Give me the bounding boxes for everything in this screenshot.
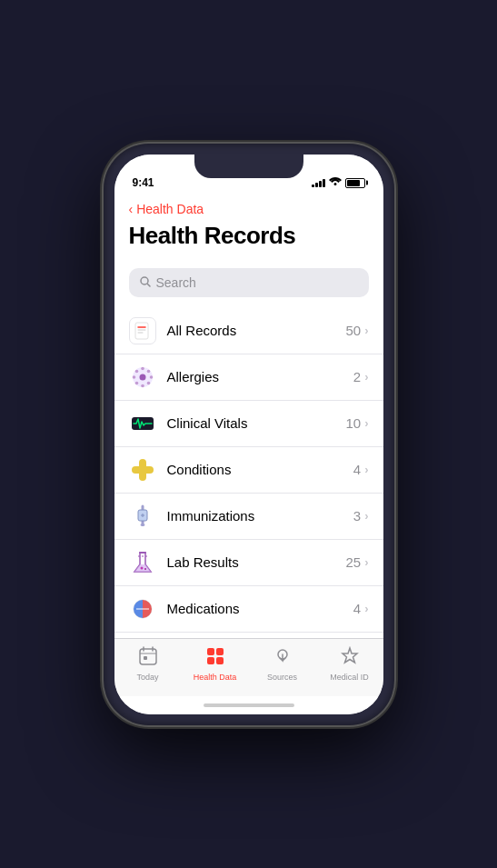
list-item-immunizations[interactable]: Immunizations 3 › bbox=[114, 494, 383, 540]
immunizations-content: Immunizations bbox=[167, 508, 353, 524]
svg-rect-41 bbox=[207, 648, 214, 655]
vitals-count: 10 bbox=[345, 415, 361, 431]
signal-bar-2 bbox=[315, 183, 318, 187]
svg-point-14 bbox=[146, 369, 150, 373]
all-records-count: 50 bbox=[345, 323, 361, 338]
lab-results-count: 25 bbox=[345, 554, 361, 570]
medications-chevron: › bbox=[364, 602, 368, 615]
svg-rect-44 bbox=[216, 657, 224, 664]
lab-results-label: Lab Results bbox=[167, 554, 239, 570]
search-bar[interactable]: Search bbox=[129, 268, 369, 297]
vitals-icon bbox=[129, 410, 156, 437]
medications-icon bbox=[129, 595, 156, 623]
vitals-label: Clinical Vitals bbox=[167, 415, 248, 431]
health-data-label: Health Data bbox=[194, 673, 237, 682]
phone-notch bbox=[194, 155, 303, 178]
tab-bar: Today Health Data bbox=[114, 638, 383, 696]
vitals-chevron: › bbox=[364, 416, 368, 430]
search-container: Search bbox=[114, 261, 383, 308]
signal-bar-1 bbox=[312, 185, 314, 187]
svg-rect-36 bbox=[140, 649, 156, 664]
lab-results-content: Lab Results bbox=[167, 554, 346, 571]
battery-icon bbox=[345, 178, 365, 188]
svg-point-10 bbox=[132, 375, 135, 379]
medical-id-icon bbox=[340, 646, 360, 671]
battery-fill bbox=[347, 180, 360, 186]
tab-health-data[interactable]: Health Data bbox=[182, 646, 249, 682]
vitals-right: 10 › bbox=[345, 415, 368, 431]
svg-point-25 bbox=[144, 568, 146, 570]
page-title: Health Records bbox=[129, 222, 369, 250]
list-item-clinical-vitals[interactable]: Clinical Vitals 10 › bbox=[114, 401, 383, 447]
svg-point-11 bbox=[149, 375, 153, 379]
page-header: Health Records bbox=[114, 220, 383, 261]
svg-point-7 bbox=[139, 374, 145, 380]
immunizations-chevron: › bbox=[364, 509, 368, 523]
home-bar bbox=[204, 703, 294, 707]
medical-id-label: Medical ID bbox=[330, 673, 369, 682]
records-list: All Records 50 › bbox=[114, 308, 383, 638]
signal-bar-4 bbox=[323, 179, 325, 187]
svg-rect-43 bbox=[207, 657, 214, 664]
sources-label: Sources bbox=[267, 673, 297, 682]
conditions-label: Conditions bbox=[167, 462, 232, 477]
phone-screen: 9:41 bbox=[114, 155, 383, 714]
tab-medical-id[interactable]: Medical ID bbox=[316, 646, 383, 682]
lab-results-right: 25 › bbox=[345, 554, 368, 570]
all-records-content: All Records bbox=[167, 323, 346, 339]
tab-sources[interactable]: Sources bbox=[249, 646, 316, 682]
today-icon bbox=[138, 646, 158, 671]
list-item-lab-results[interactable]: Lab Results 25 › bbox=[114, 540, 383, 586]
status-time: 9:41 bbox=[133, 176, 154, 189]
tab-today[interactable]: Today bbox=[114, 646, 182, 682]
svg-rect-42 bbox=[216, 648, 224, 655]
sources-icon bbox=[273, 646, 293, 671]
phone-frame: 9:41 bbox=[104, 144, 394, 725]
vitals-content: Clinical Vitals bbox=[167, 415, 346, 432]
all-records-icon bbox=[129, 317, 156, 344]
list-item-all-records[interactable]: All Records 50 › bbox=[114, 308, 383, 354]
conditions-chevron: › bbox=[364, 463, 368, 476]
svg-point-9 bbox=[141, 384, 144, 387]
lab-icon bbox=[129, 549, 156, 576]
svg-line-1 bbox=[147, 284, 150, 286]
svg-rect-18 bbox=[132, 466, 154, 474]
svg-rect-40 bbox=[144, 656, 147, 660]
back-navigation[interactable]: ‹ Health Data bbox=[114, 195, 383, 220]
list-item-conditions[interactable]: Conditions 4 › bbox=[114, 447, 383, 494]
wifi-icon bbox=[329, 177, 342, 189]
medications-right: 4 › bbox=[353, 601, 369, 616]
all-records-label: All Records bbox=[167, 323, 237, 338]
allergies-count: 2 bbox=[353, 369, 361, 384]
svg-point-15 bbox=[134, 381, 138, 384]
conditions-icon bbox=[129, 456, 156, 484]
search-placeholder: Search bbox=[156, 275, 196, 290]
svg-point-13 bbox=[146, 381, 150, 384]
immunizations-icon bbox=[129, 503, 156, 530]
all-records-chevron: › bbox=[364, 324, 368, 337]
medications-content: Medications bbox=[167, 601, 353, 617]
allergies-content: Allergies bbox=[167, 369, 353, 385]
home-indicator bbox=[114, 696, 383, 714]
signal-bar-3 bbox=[319, 181, 322, 187]
allergies-chevron: › bbox=[364, 370, 368, 384]
back-arrow-icon: ‹ bbox=[129, 202, 134, 216]
svg-point-8 bbox=[141, 366, 144, 370]
allergies-right: 2 › bbox=[353, 369, 369, 384]
immunizations-right: 3 › bbox=[353, 508, 369, 524]
conditions-count: 4 bbox=[353, 462, 361, 477]
screen-content: ‹ Health Data Health Records Search bbox=[114, 195, 383, 638]
lab-results-chevron: › bbox=[364, 555, 368, 569]
medications-label: Medications bbox=[167, 601, 240, 616]
status-icons bbox=[312, 177, 365, 189]
immunizations-label: Immunizations bbox=[167, 508, 255, 524]
today-label: Today bbox=[136, 673, 158, 682]
allergies-label: Allergies bbox=[167, 369, 220, 384]
search-icon bbox=[140, 274, 151, 291]
list-item-allergies[interactable]: Allergies 2 › bbox=[114, 354, 383, 401]
conditions-right: 4 › bbox=[353, 462, 369, 477]
svg-rect-2 bbox=[135, 323, 148, 339]
medications-count: 4 bbox=[353, 601, 361, 616]
conditions-content: Conditions bbox=[167, 462, 353, 478]
list-item-medications[interactable]: Medications 4 › bbox=[114, 586, 383, 633]
